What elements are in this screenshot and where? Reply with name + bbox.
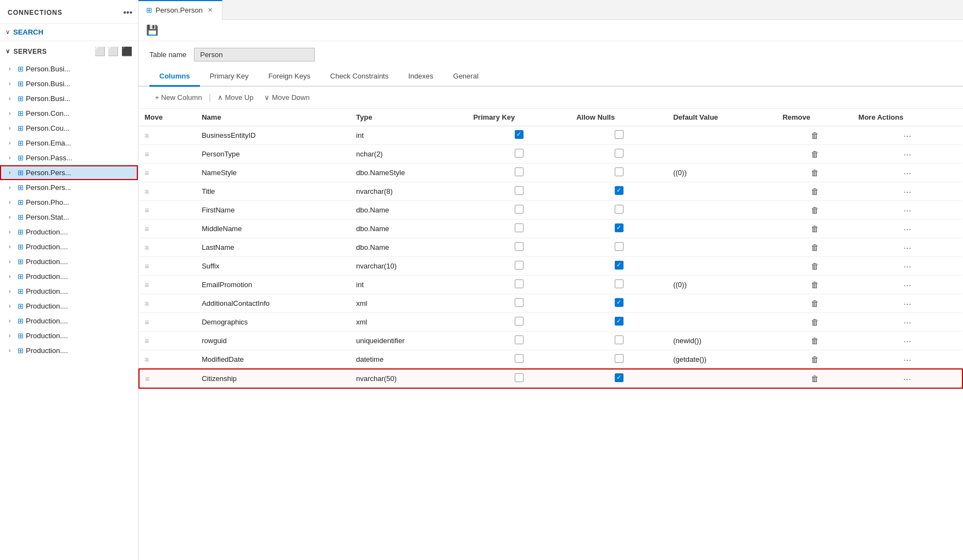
remove-icon[interactable]: 🗑 (811, 355, 819, 364)
sidebar-tree-item-10[interactable]: › ⊞ Person.Stat... (0, 210, 138, 225)
person-person-tab[interactable]: ⊞ Person.Person ✕ (138, 0, 222, 20)
allow-nulls-checkbox[interactable] (615, 335, 624, 344)
schema-tab-columns[interactable]: Columns (149, 67, 200, 87)
remove-icon[interactable]: 🗑 (811, 243, 819, 252)
allow-nulls-checkbox[interactable] (615, 279, 624, 288)
primary-key-checkbox[interactable] (515, 205, 524, 214)
remove-icon[interactable]: 🗑 (811, 261, 819, 271)
schema-tab-foreign-keys[interactable]: Foreign Keys (258, 67, 320, 87)
sidebar-tree-item-19[interactable]: › ⊞ Production.... (0, 343, 138, 358)
allow-nulls-checkbox[interactable] (615, 130, 624, 139)
remove-icon[interactable]: 🗑 (811, 168, 819, 177)
move-handle-icon[interactable]: ≡ (144, 150, 149, 159)
search-label[interactable]: SEARCH (13, 28, 43, 36)
disconnect-icon[interactable]: ⬜ (108, 46, 119, 57)
primary-key-checkbox[interactable] (515, 279, 524, 288)
move-handle-icon[interactable]: ≡ (144, 299, 149, 308)
move-handle-icon[interactable]: ≡ (144, 243, 149, 252)
move-handle-icon[interactable]: ≡ (144, 281, 149, 289)
schema-tab-general[interactable]: General (443, 67, 488, 87)
sidebar-tree-item-9[interactable]: › ⊞ Person.Pho... (0, 195, 138, 210)
sidebar-tree-item-12[interactable]: › ⊞ Production.... (0, 239, 138, 254)
allow-nulls-checkbox[interactable] (615, 205, 624, 214)
move-handle-icon[interactable]: ≡ (144, 169, 149, 177)
move-handle-icon[interactable]: ≡ (144, 131, 149, 140)
remove-icon[interactable]: 🗑 (811, 317, 819, 327)
sidebar-tree-item-15[interactable]: › ⊞ Production.... (0, 284, 138, 299)
remove-icon[interactable]: 🗑 (811, 224, 819, 233)
primary-key-checkbox[interactable] (515, 317, 524, 326)
remove-icon[interactable]: 🗑 (811, 187, 819, 196)
more-actions-icon[interactable]: ··· (904, 206, 912, 215)
schema-tab-primary-key[interactable]: Primary Key (200, 67, 259, 87)
move-up-button[interactable]: ∧ Move Up (212, 91, 259, 104)
allow-nulls-checkbox[interactable] (615, 373, 624, 382)
schema-tab-indexes[interactable]: Indexes (398, 67, 443, 87)
allow-nulls-checkbox[interactable] (615, 186, 624, 195)
sidebar-tree-item-13[interactable]: › ⊞ Production.... (0, 254, 138, 269)
move-handle-icon[interactable]: ≡ (144, 206, 149, 215)
save-icon[interactable]: 💾 (146, 25, 158, 36)
sidebar-more-icon[interactable]: ••• (123, 8, 132, 18)
more-actions-icon[interactable]: ··· (904, 262, 912, 271)
more-actions-icon[interactable]: ··· (904, 150, 912, 159)
primary-key-checkbox[interactable] (515, 223, 524, 232)
allow-nulls-checkbox[interactable] (615, 261, 624, 270)
move-handle-icon[interactable]: ≡ (144, 187, 149, 196)
sidebar-tree-item-16[interactable]: › ⊞ Production.... (0, 299, 138, 313)
remove-icon[interactable]: 🗑 (811, 299, 819, 308)
sidebar-tree-item-5[interactable]: › ⊞ Person.Ema... (0, 136, 138, 150)
remove-icon[interactable]: 🗑 (811, 280, 819, 289)
remove-icon[interactable]: 🗑 (811, 374, 819, 383)
move-handle-icon[interactable]: ≡ (144, 225, 149, 233)
remove-icon[interactable]: 🗑 (811, 336, 819, 345)
allow-nulls-checkbox[interactable] (615, 167, 624, 176)
primary-key-checkbox[interactable] (515, 298, 524, 307)
primary-key-checkbox[interactable] (515, 130, 524, 139)
sidebar-tree-item-6[interactable]: › ⊞ Person.Pass... (0, 150, 138, 165)
more-actions-icon[interactable]: ··· (904, 187, 912, 196)
more-actions-icon[interactable]: ··· (904, 131, 912, 140)
more-actions-icon[interactable]: ··· (904, 318, 912, 327)
allow-nulls-checkbox[interactable] (615, 354, 624, 363)
more-actions-icon[interactable]: ··· (904, 355, 912, 364)
sidebar-tree-item-4[interactable]: › ⊞ Person.Cou... (0, 121, 138, 136)
primary-key-checkbox[interactable] (515, 335, 524, 344)
more-actions-icon[interactable]: ··· (904, 169, 912, 177)
new-column-button[interactable]: + New Column (149, 91, 208, 104)
sidebar-tree-item-11[interactable]: › ⊞ Production.... (0, 225, 138, 239)
primary-key-checkbox[interactable] (515, 242, 524, 251)
allow-nulls-checkbox[interactable] (615, 298, 624, 307)
move-handle-icon[interactable]: ≡ (144, 355, 149, 364)
sidebar-tree-item-17[interactable]: › ⊞ Production.... (0, 313, 138, 328)
tab-close-icon[interactable]: ✕ (206, 6, 214, 14)
add-server-icon[interactable]: ⬛ (121, 46, 133, 57)
sidebar-tree-item-8[interactable]: › ⊞ Person.Pers... (0, 180, 138, 195)
allow-nulls-checkbox[interactable] (615, 223, 624, 232)
primary-key-checkbox[interactable] (515, 186, 524, 195)
more-actions-icon[interactable]: ··· (904, 337, 912, 345)
allow-nulls-checkbox[interactable] (615, 149, 624, 158)
table-name-input[interactable] (194, 48, 315, 61)
sidebar-tree-item-3[interactable]: › ⊞ Person.Con... (0, 106, 138, 121)
move-handle-icon[interactable]: ≡ (144, 337, 149, 345)
sidebar-tree-item-7[interactable]: › ⊞ Person.Pers... (0, 165, 138, 180)
schema-tab-check-constraints[interactable]: Check Constraints (320, 67, 398, 87)
remove-icon[interactable]: 🗑 (811, 205, 819, 215)
more-actions-icon[interactable]: ··· (904, 225, 912, 233)
sidebar-tree-item-2[interactable]: › ⊞ Person.Busi... (0, 91, 138, 106)
move-down-button[interactable]: ∨ Move Down (259, 91, 315, 104)
sidebar-search[interactable]: ∨ SEARCH (0, 24, 138, 41)
sidebar-tree-item-14[interactable]: › ⊞ Production.... (0, 269, 138, 284)
sidebar-tree-item-0[interactable]: › ⊞ Person.Busi... (0, 61, 138, 76)
sidebar-tree-item-1[interactable]: › ⊞ Person.Busi... (0, 76, 138, 91)
move-handle-icon[interactable]: ≡ (145, 374, 149, 383)
more-actions-icon[interactable]: ··· (904, 243, 912, 252)
more-actions-icon[interactable]: ··· (904, 299, 912, 308)
connect-icon[interactable]: ⬜ (94, 46, 106, 57)
primary-key-checkbox[interactable] (515, 149, 524, 158)
allow-nulls-checkbox[interactable] (615, 242, 624, 251)
more-actions-icon[interactable]: ··· (904, 281, 912, 289)
more-actions-icon[interactable]: ··· (903, 374, 911, 383)
primary-key-checkbox[interactable] (515, 373, 524, 382)
